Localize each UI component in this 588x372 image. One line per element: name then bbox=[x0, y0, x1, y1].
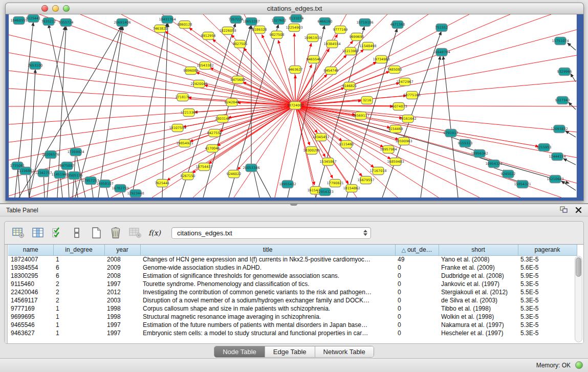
column-header[interactable]: title bbox=[140, 245, 395, 255]
table-scrollbar-thumb[interactable] bbox=[576, 257, 581, 277]
table-cell[interactable]: 14569117 bbox=[8, 296, 53, 304]
table-row[interactable]: 2242004622012Investigating the contribut… bbox=[8, 288, 577, 296]
table-cell[interactable]: 5.3E-5 bbox=[518, 296, 577, 304]
table-cell[interactable]: Embryonic stem cells: a model to study s… bbox=[140, 329, 395, 337]
table-cell[interactable]: 0 bbox=[395, 304, 439, 313]
table-cell[interactable]: 5.3E-5 bbox=[518, 304, 577, 313]
table-cell[interactable]: 0 bbox=[395, 329, 439, 337]
table-cell[interactable]: 5.3E-5 bbox=[518, 313, 577, 321]
table-cell[interactable]: Franke et al. (2009) bbox=[439, 264, 518, 272]
table-cell[interactable]: 9699695 bbox=[8, 313, 53, 321]
table-cell[interactable]: 5.5E-5 bbox=[518, 288, 577, 296]
table-cell[interactable]: 18724007 bbox=[8, 255, 53, 264]
table-row[interactable]: 1830029562008Estimation of significance … bbox=[8, 272, 577, 280]
table-cell[interactable]: 2009 bbox=[104, 264, 140, 272]
table-cell[interactable]: 1 bbox=[53, 329, 104, 337]
table-cell[interactable]: 9465546 bbox=[8, 321, 53, 329]
table-cell[interactable]: Dudbridge et al. (2008) bbox=[439, 272, 518, 280]
table-cell[interactable]: 2012 bbox=[104, 288, 140, 296]
table-cell[interactable]: Wolkin et al. (1998) bbox=[439, 313, 518, 321]
table-cell[interactable]: Investigating the contribution of common… bbox=[140, 288, 395, 296]
table-cell[interactable]: de Silva et al. (2003) bbox=[439, 296, 518, 304]
table-cell[interactable]: 0 bbox=[395, 321, 439, 329]
table-cell[interactable]: 1 bbox=[53, 321, 104, 329]
table-cell[interactable]: 2003 bbox=[104, 296, 140, 304]
minimize-window-button[interactable] bbox=[52, 5, 59, 12]
table-cell[interactable]: 0 bbox=[395, 296, 439, 304]
row-height-icon[interactable] bbox=[70, 226, 83, 239]
table-cell[interactable]: Hescheler et al. (1997) bbox=[439, 329, 518, 337]
table-cell[interactable]: 9463627 bbox=[8, 329, 53, 337]
table-cell[interactable]: Structural magnetic resonance image aver… bbox=[140, 313, 395, 321]
table-scrollbar[interactable] bbox=[575, 256, 582, 342]
delete-table-icon[interactable] bbox=[128, 226, 142, 239]
table-cell[interactable]: 19384554 bbox=[8, 264, 53, 272]
panel-collapse-handle[interactable] bbox=[290, 203, 297, 206]
table-cell[interactable]: 1 bbox=[53, 304, 104, 313]
table-cell[interactable]: 1 bbox=[53, 313, 104, 321]
table-cell[interactable]: Genome-wide association studies in ADHD. bbox=[140, 264, 395, 272]
table-cell[interactable]: Estimation of the future numbers of pati… bbox=[140, 321, 395, 329]
table-row[interactable]: 1456911722003Disruption of a novel membe… bbox=[8, 296, 577, 304]
table-cell[interactable]: 5.3E-5 bbox=[518, 280, 577, 288]
float-window-icon[interactable] bbox=[560, 206, 568, 213]
table-cell[interactable]: 5.6E-5 bbox=[518, 264, 577, 272]
table-row[interactable]: 1938455462009Genome-wide association stu… bbox=[8, 264, 577, 272]
column-header[interactable]: △ out_de… bbox=[395, 245, 439, 255]
table-cell[interactable]: 9115460 bbox=[8, 280, 53, 288]
table-cell[interactable]: Estimation of significance thresholds fo… bbox=[140, 272, 395, 280]
table-row[interactable]: 946554611997Estimation of the future num… bbox=[8, 321, 577, 329]
table-cell[interactable]: 2008 bbox=[104, 272, 140, 280]
table-cell[interactable]: Stergiakouli et al. (2012) bbox=[439, 288, 518, 296]
table-cell[interactable]: 2 bbox=[53, 296, 104, 304]
table-cell[interactable]: 1 bbox=[53, 255, 104, 264]
column-header[interactable]: pagerank bbox=[518, 245, 577, 255]
table-cell[interactable]: 0 bbox=[395, 264, 439, 272]
show-columns-icon[interactable] bbox=[31, 226, 45, 239]
table-cell[interactable]: Changes of HCN gene expression and I(f) … bbox=[140, 255, 395, 264]
table-cell[interactable]: 2008 bbox=[104, 255, 140, 264]
table-cell[interactable]: 5.3E-5 bbox=[518, 329, 577, 337]
table-row[interactable]: 946362711997Embryonic stem cells: a mode… bbox=[8, 329, 577, 337]
column-header[interactable]: short bbox=[439, 245, 518, 255]
column-header[interactable]: name bbox=[8, 245, 53, 255]
tab-network-table[interactable]: Network Table bbox=[315, 346, 374, 357]
table-cell[interactable]: 0 bbox=[395, 288, 439, 296]
table-settings-icon[interactable] bbox=[12, 226, 25, 239]
table-cell[interactable]: 6 bbox=[53, 264, 104, 272]
table-cell[interactable]: Tourette syndrome. Phenomenology and cla… bbox=[140, 280, 395, 288]
column-header[interactable]: year bbox=[104, 245, 140, 255]
table-cell[interactable]: 5.3E-5 bbox=[518, 321, 577, 329]
function-builder-icon[interactable]: f(x) bbox=[148, 226, 161, 239]
table-row[interactable]: 911546021997Tourette syndrome. Phenomeno… bbox=[8, 280, 577, 288]
table-cell[interactable]: 1998 bbox=[104, 304, 140, 313]
tab-node-table[interactable]: Node Table bbox=[214, 346, 265, 357]
table-cell[interactable]: 1997 bbox=[104, 321, 140, 329]
column-header[interactable]: in_degree bbox=[53, 245, 104, 255]
table-cell[interactable]: Disruption of a novel member of a sodium… bbox=[140, 296, 395, 304]
table-select-dropdown[interactable]: citations_edges.txt bbox=[171, 227, 371, 239]
table-cell[interactable]: 1997 bbox=[104, 329, 140, 337]
memory-ok-icon[interactable] bbox=[575, 361, 583, 369]
table-row[interactable]: 977716911998Corpus callosum shape and si… bbox=[8, 304, 577, 313]
table-cell[interactable]: Nakamura et al. (1997) bbox=[439, 321, 518, 329]
close-panel-icon[interactable] bbox=[575, 207, 582, 213]
table-row[interactable]: 1872400712008Changes of HCN gene express… bbox=[8, 255, 577, 264]
table-cell[interactable]: 6 bbox=[53, 272, 104, 280]
delete-trash-icon[interactable] bbox=[109, 226, 122, 239]
network-graph[interactable]: 1872400774638228860128891295418226058982… bbox=[9, 14, 577, 198]
table-cell[interactable]: 49 bbox=[395, 255, 439, 264]
table-cell[interactable]: 0 bbox=[395, 280, 439, 288]
table-cell[interactable]: Jankovic et al. (1997) bbox=[439, 280, 518, 288]
zoom-window-button[interactable] bbox=[63, 5, 70, 12]
table-row[interactable]: 969969511998Structural magnetic resonanc… bbox=[8, 313, 577, 321]
table-cell[interactable]: 2 bbox=[53, 280, 104, 288]
table-cell[interactable]: 0 bbox=[395, 313, 439, 321]
create-table-icon[interactable] bbox=[90, 226, 103, 239]
select-rows-icon[interactable] bbox=[51, 226, 64, 239]
network-canvas[interactable]: 1872400774638228860128891295418226058982… bbox=[9, 14, 577, 198]
table-cell[interactable]: 1997 bbox=[104, 280, 140, 288]
table-cell[interactable]: 18300295 bbox=[8, 272, 53, 280]
tab-edge-table[interactable]: Edge Table bbox=[265, 346, 315, 357]
table-cell[interactable]: 5.9E-5 bbox=[518, 272, 577, 280]
